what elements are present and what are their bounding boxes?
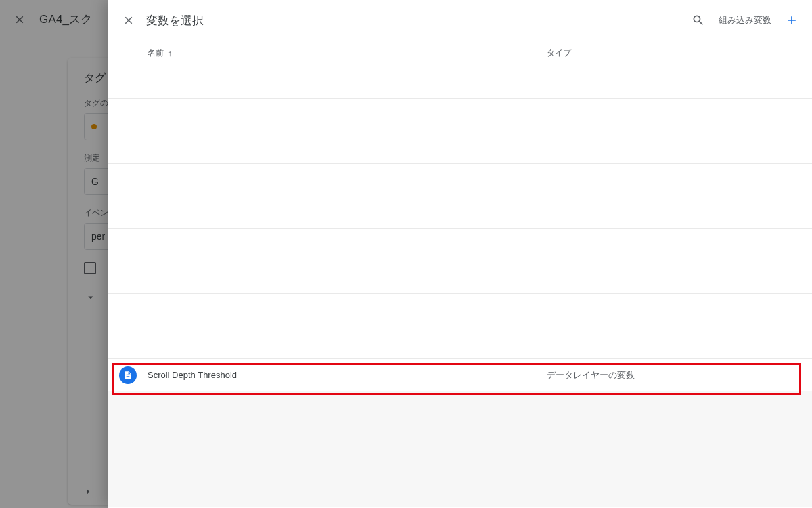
variable-row[interactable]: [108, 131, 812, 164]
panel-header: 変数を選択 組み込み変数: [108, 0, 812, 41]
variable-row[interactable]: [108, 196, 812, 229]
variable-type-icon: [119, 366, 137, 384]
search-button[interactable]: [683, 5, 713, 35]
plus-icon: [785, 14, 798, 27]
list-footer-space: [108, 391, 812, 507]
variable-picker-panel: 変数を選択 組み込み変数 名前 ↑ タイプ: [108, 0, 812, 508]
close-panel-button[interactable]: [114, 5, 143, 35]
variable-row[interactable]: [108, 326, 812, 359]
builtin-variables-link[interactable]: 組み込み変数: [719, 14, 771, 26]
variable-row[interactable]: [108, 66, 812, 99]
sort-asc-icon: ↑: [168, 49, 172, 58]
column-headers: 名前 ↑ タイプ: [108, 41, 812, 66]
variable-row[interactable]: [108, 229, 812, 261]
column-type-header[interactable]: タイプ: [547, 47, 812, 59]
variable-row[interactable]: [108, 164, 812, 196]
search-icon: [692, 14, 705, 27]
add-variable-button[interactable]: [777, 5, 807, 35]
variable-list: Scroll Depth Threshold データレイヤーの変数: [108, 66, 812, 508]
variable-type: データレイヤーの変数: [547, 369, 812, 381]
panel-title: 変数を選択: [146, 13, 204, 28]
variable-row[interactable]: [108, 261, 812, 294]
column-name-header[interactable]: 名前 ↑: [148, 47, 547, 59]
close-icon: [122, 14, 135, 26]
variable-row-scroll-depth-threshold[interactable]: Scroll Depth Threshold データレイヤーの変数: [108, 359, 812, 391]
variable-row[interactable]: [108, 294, 812, 326]
variable-row[interactable]: [108, 99, 812, 131]
variable-name: Scroll Depth Threshold: [148, 370, 547, 380]
